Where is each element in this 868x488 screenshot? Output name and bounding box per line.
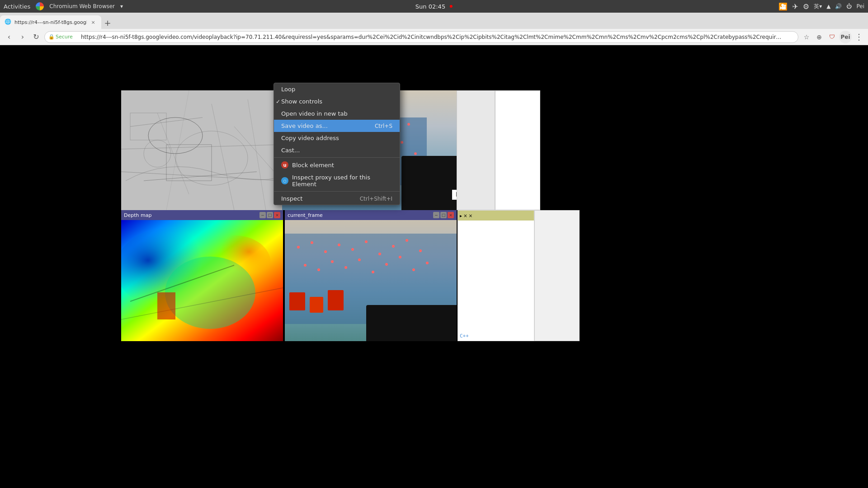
extension-button[interactable]: ⊕ xyxy=(814,32,825,42)
inspect-proxy-label: Inspect proxy used for this Element xyxy=(292,174,392,188)
ublock-badge: u xyxy=(281,161,288,169)
svg-point-56 xyxy=(351,248,354,251)
menu-button[interactable]: ⋮ xyxy=(854,32,864,42)
ublock-icon[interactable]: 🛡 xyxy=(826,32,837,42)
settings-icon[interactable]: ⚙ xyxy=(803,2,809,11)
depth-map-titlebar: Depth map − □ × xyxy=(121,210,283,220)
depth-map-maximize-button[interactable]: □ xyxy=(267,212,273,218)
svg-point-59 xyxy=(392,245,395,248)
telegram-icon: ✈ xyxy=(792,2,798,11)
inspect-label: Inspect xyxy=(281,195,302,202)
svg-point-70 xyxy=(412,268,415,271)
svg-point-24 xyxy=(407,123,410,126)
context-menu-item-open-new-tab[interactable]: Open video in new tab xyxy=(274,108,400,120)
active-tab[interactable]: 🌐 https://r4---sn-ni5f-t8gs.googlevide..… xyxy=(0,15,101,29)
sketch-svg xyxy=(121,90,282,210)
context-menu-item-cast[interactable]: Cast... xyxy=(274,144,400,156)
svg-point-33 xyxy=(414,152,417,155)
svg-point-52 xyxy=(297,246,300,249)
bottom-right-panel-2 xyxy=(534,210,580,341)
browser-window: 🌐 https://r4---sn-ni5f-t8gs.googlevide..… xyxy=(0,13,868,488)
context-menu-item-show-controls[interactable]: Show controls xyxy=(274,95,400,108)
context-menu-item-inspect[interactable]: Inspect Ctrl+Shift+I xyxy=(274,192,400,205)
context-menu-item-inspect-proxy[interactable]: ○ Inspect proxy used for this Element xyxy=(274,171,400,190)
current-frame-maximize-button[interactable]: □ xyxy=(440,212,447,218)
svg-point-65 xyxy=(344,266,347,269)
save-video-label: Save video as... xyxy=(281,122,328,129)
svg-point-69 xyxy=(399,256,401,258)
profile-label[interactable]: Pei xyxy=(856,3,864,9)
svg-point-57 xyxy=(365,240,368,243)
context-menu-item-block-element[interactable]: u Block element xyxy=(274,159,400,171)
cpp-label: C++ xyxy=(460,333,469,339)
profile-button[interactable]: Pei xyxy=(839,31,852,43)
power-icon[interactable]: ⏻ xyxy=(846,3,852,9)
depth-map-content xyxy=(121,220,283,341)
depth-map-title: Depth map xyxy=(124,212,151,218)
topbar-center: Sun 02:45 xyxy=(415,3,453,10)
svg-point-71 xyxy=(426,262,429,264)
context-menu-separator-1 xyxy=(274,157,400,158)
address-url-text: https://r4---sn-ni5f-t8gs.googlevideo.co… xyxy=(81,34,784,40)
activities-button[interactable]: Activities xyxy=(4,3,30,10)
svg-point-32 xyxy=(401,141,403,144)
tab-title: https://r4---sn-ni5f-t8gs.googlevide... xyxy=(14,19,87,25)
back-button[interactable]: ‹ xyxy=(4,32,14,42)
address-input-box[interactable]: 🔒 Secure https://r4---sn-ni5f-t8gs.googl… xyxy=(44,31,798,43)
proxy-icon: ○ xyxy=(281,177,288,184)
os-topbar: Activities Chromium Web Browser ▾ Sun 02… xyxy=(0,0,868,13)
context-menu-item-save-video[interactable]: Save video as... Ctrl+S xyxy=(274,120,400,132)
save-video-shortcut: Ctrl+S xyxy=(375,123,392,129)
language-label[interactable]: 英▾ xyxy=(814,3,822,10)
browser-icon xyxy=(36,2,44,10)
context-menu-item-loop[interactable]: Loop xyxy=(274,83,400,95)
depth-map-svg xyxy=(121,220,283,341)
time-label: Sun 02:45 xyxy=(415,3,445,10)
depth-map-minimize-button[interactable]: − xyxy=(259,212,266,218)
copy-address-label: Copy video address xyxy=(281,135,339,141)
svg-point-53 xyxy=(311,241,313,244)
browser-name-label: Chromium Web Browser xyxy=(49,3,115,9)
refresh-button[interactable]: ↻ xyxy=(31,32,42,42)
depth-map-close-button[interactable]: × xyxy=(274,212,280,218)
svg-point-62 xyxy=(304,264,307,267)
svg-point-55 xyxy=(338,244,340,246)
svg-point-54 xyxy=(324,250,327,253)
context-menu-separator-2 xyxy=(274,191,400,192)
svg-point-61 xyxy=(419,249,422,252)
context-menu-item-copy-address[interactable]: Copy video address xyxy=(274,132,400,144)
browser-dropdown-icon[interactable]: ▾ xyxy=(120,3,123,9)
block-element-label: Block element xyxy=(292,162,334,169)
video-panel-sketch xyxy=(121,90,282,210)
depth-map-window[interactable]: Depth map − □ × xyxy=(121,210,283,341)
svg-rect-74 xyxy=(328,290,344,310)
inspect-shortcut: Ctrl+Shift+I xyxy=(360,196,392,202)
bottom-right-panel-1: ▸ × × C++ xyxy=(458,210,534,341)
loop-label: Loop xyxy=(281,86,295,93)
svg-point-63 xyxy=(317,268,320,271)
topbar-left: Activities Chromium Web Browser ▾ xyxy=(4,2,123,10)
svg-rect-50 xyxy=(157,292,175,319)
volume-icon[interactable]: 🔊 xyxy=(835,3,842,9)
tab-close-button[interactable]: × xyxy=(90,19,97,26)
topbar-right: 🎦 ✈ ⚙ 英▾ ▲ 🔊 ⏻ Pei xyxy=(778,2,864,11)
svg-point-60 xyxy=(406,239,408,242)
address-bar: ‹ › ↻ 🔒 Secure https://r4---sn-ni5f-t8gs… xyxy=(0,29,868,45)
current-frame-close-button[interactable]: × xyxy=(448,212,454,218)
network-icon: ▲ xyxy=(826,3,830,9)
svg-rect-73 xyxy=(310,297,323,313)
forward-button[interactable]: › xyxy=(17,32,28,42)
current-frame-content xyxy=(285,220,457,341)
address-actions: ☆ ⊕ 🛡 Pei ⋮ xyxy=(801,31,864,43)
recording-indicator xyxy=(450,5,453,8)
open-new-tab-label: Open video in new tab xyxy=(281,110,348,117)
current-frame-window[interactable]: current_frame − □ × xyxy=(285,210,457,341)
context-menu: Loop Show controls Open video in new tab… xyxy=(274,83,400,205)
star-bookmark-button[interactable]: ☆ xyxy=(801,32,812,42)
current-frame-minimize-button[interactable]: − xyxy=(433,212,439,218)
svg-point-47 xyxy=(198,235,271,290)
svg-point-58 xyxy=(378,253,381,255)
new-tab-button[interactable]: + xyxy=(101,16,114,29)
svg-point-68 xyxy=(385,263,388,266)
vlc-icon: 🎦 xyxy=(778,2,788,11)
